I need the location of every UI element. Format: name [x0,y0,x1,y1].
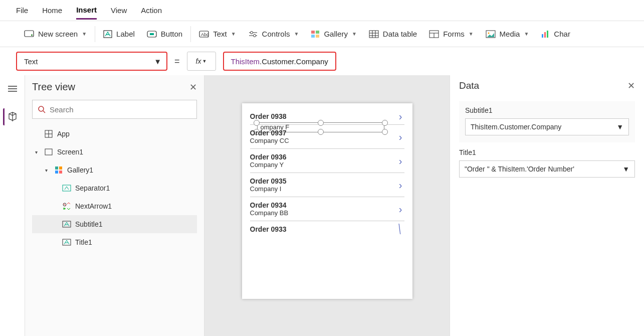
svg-point-6 [250,31,253,34]
tree-item-subtitle[interactable]: Subtitle1 [32,215,197,233]
menu-insert[interactable]: Insert [76,2,97,20]
formula-token: ThisItem [231,57,260,66]
chevron-down-icon: ▼ [231,31,236,37]
nextarrow-icon [62,202,71,211]
gallery-row-subtitle: Company BB [250,209,404,217]
tree-panel: Tree view ✕ App ▾ Screen1 ▾ Gallery1 Sep… [25,75,204,336]
svg-rect-0 [25,31,34,37]
chart-button[interactable]: Char [541,30,570,38]
chart-label: Char [554,30,570,38]
chevron-down-icon: ▼ [616,123,623,131]
tree-item-nextarrow[interactable]: NextArrow1 [32,197,197,215]
menu-home[interactable]: Home [42,2,62,19]
tree-item-separator[interactable]: Separator1 [32,179,197,197]
text-button[interactable]: Abc Text ▼ [199,30,236,38]
chevron-down-icon: ▼ [352,31,357,37]
controls-icon [248,31,258,38]
fx-button[interactable]: fx ▼ [187,52,216,71]
collapse-icon[interactable]: ▾ [35,149,40,155]
menu-file[interactable]: File [16,2,28,19]
forms-button[interactable]: Forms ▼ [429,30,473,38]
controls-button[interactable]: Controls ▼ [248,30,299,38]
tree-screen[interactable]: ▾ Screen1 [32,143,197,161]
ribbon: New screen ▼ Label Button Abc Text ▼ [0,21,644,47]
controls-label: Controls [262,30,290,38]
tree-app-label: App [57,130,70,138]
svg-rect-23 [59,166,62,170]
gallery-row-title: Order 0938 [250,112,404,120]
data-table-label: Data table [383,30,417,38]
svg-rect-3 [150,33,154,35]
gallery-row-subtitle: Company I [250,185,404,193]
close-tree-button[interactable]: ✕ [189,82,197,93]
label-icon [103,30,112,38]
tree-view-button[interactable] [3,108,20,125]
chevron-down-icon: ▼ [82,31,87,37]
tree-item-label: NextArrow1 [75,202,112,210]
gallery-row[interactable]: Order 0933 ╲ [250,221,404,237]
gallery-row-subtitle: Company Y [250,161,404,169]
chevron-right-icon[interactable]: › [399,179,402,191]
tree-item-title[interactable]: Title1 [32,233,197,251]
gallery-row[interactable]: Order 0936 Company Y › [250,149,404,173]
data-field-label: Title1 [459,148,635,156]
formula-input[interactable]: ThisItem.Customer.Company [223,52,336,71]
gallery-row[interactable]: Order 0934 Company BB › [250,197,404,221]
svg-rect-16 [542,34,543,38]
label-button[interactable]: Label [103,30,135,38]
gallery-row-title: Order 0937 [250,129,404,137]
chevron-down-icon: ▼ [469,31,474,37]
data-field-dropdown[interactable]: "Order " & ThisItem.'Order Number' ▼ [459,160,635,178]
formula-bar: Text ▼ = fx ▼ ThisItem.Customer.Company [0,47,644,75]
gallery-button[interactable]: Gallery ▼ [311,30,356,38]
tree-item-label: Title1 [75,238,92,246]
hamburger-button[interactable] [4,80,21,97]
chevron-right-icon[interactable]: › [399,155,402,166]
collapse-icon[interactable]: ▾ [45,167,50,173]
data-table-button[interactable]: Data table [369,30,417,38]
tree-search-input[interactable] [50,105,191,114]
tree-search[interactable] [32,100,197,119]
gallery-row[interactable]: Order 0937 Company CC › [250,125,404,149]
chevron-down-icon: ▼ [524,31,529,37]
svg-point-7 [253,34,256,37]
label-icon [62,238,71,247]
menu-view[interactable]: View [111,2,127,19]
chevron-down-icon: ▼ [202,59,207,64]
close-data-button[interactable]: ✕ [627,80,635,91]
data-panel-title: Data [459,80,479,91]
button-icon [147,31,157,38]
data-field-label: Subtitle1 [465,106,629,114]
tree-gallery[interactable]: ▾ Gallery1 [32,161,197,179]
chevron-right-icon[interactable]: › [399,131,402,142]
data-field-dropdown[interactable]: ThisItem.Customer.Company ▼ [465,118,629,135]
property-selector[interactable]: Text ▼ [16,52,167,71]
button-button[interactable]: Button [147,30,182,38]
gallery-preview[interactable]: Order 0938 ompany F › Order 0937 Company… [242,103,412,299]
media-button[interactable]: Media ▼ [486,30,529,38]
search-icon [38,105,46,113]
label-icon [62,220,71,229]
svg-rect-12 [369,31,378,38]
svg-rect-24 [55,171,58,174]
chevron-down-icon: ▼ [154,57,161,66]
svg-rect-17 [544,32,546,38]
chevron-right-icon[interactable]: › [399,111,402,122]
gallery-row-title: Order 0936 [250,153,404,161]
svg-point-19 [39,106,44,111]
tree-app[interactable]: App [32,125,197,143]
property-name: Text [24,57,38,66]
gallery-row[interactable]: Order 0938 ompany F › [250,108,404,125]
menu-action[interactable]: Action [141,2,162,19]
chevron-right-icon[interactable]: › [399,203,402,215]
gallery-row-title: Order 0935 [250,177,404,185]
svg-rect-26 [63,185,71,191]
gallery-icon [54,165,63,175]
svg-rect-21 [45,149,52,155]
formula-token: .Customer.Company [260,57,328,66]
main-area: Tree view ✕ App ▾ Screen1 ▾ Gallery1 Sep… [0,75,644,336]
data-field-value: "Order " & ThisItem.'Order Number' [465,165,574,173]
new-screen-button[interactable]: New screen ▼ [24,30,87,38]
gallery-row[interactable]: Order 0935 Company I › [250,173,404,197]
label-text: Label [116,30,135,38]
